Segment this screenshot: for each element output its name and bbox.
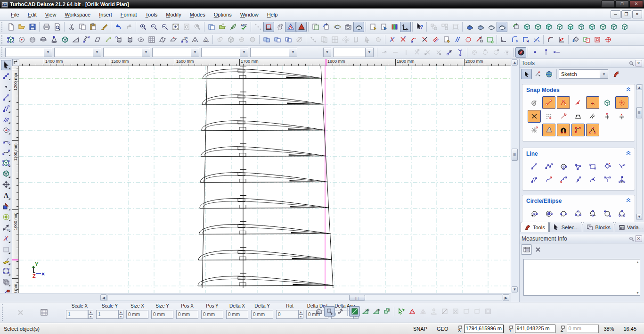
bucket-button[interactable] (570, 34, 581, 45)
bool-sub-button[interactable] (272, 34, 283, 45)
cyl1-button[interactable] (114, 34, 124, 45)
menu-tools[interactable]: Tools (141, 10, 162, 19)
circ-dot3-button[interactable] (490, 47, 501, 58)
insert-file-button[interactable] (206, 22, 217, 32)
measurement-list-button[interactable] (521, 244, 532, 255)
ln-line-button[interactable] (528, 160, 541, 173)
fillet2-button[interactable] (520, 34, 531, 45)
ins-box1-button[interactable] (461, 306, 472, 317)
chevron-down-icon[interactable]: ▼ (93, 48, 101, 57)
snap-dash-button[interactable] (390, 47, 400, 58)
measurement-info-close-icon[interactable]: ✕ (635, 235, 642, 242)
point-dots-button[interactable] (253, 22, 263, 32)
kettle-mid-button[interactable] (475, 22, 486, 32)
kettle-light-button[interactable] (486, 22, 497, 32)
snap-online-button[interactable] (571, 96, 585, 109)
zoom-page-button[interactable] (181, 22, 192, 32)
snap-angle-button[interactable] (586, 124, 599, 136)
scale-y-input[interactable] (96, 310, 118, 319)
ins-box2-button[interactable]: 1 (472, 306, 482, 317)
cube7-button[interactable] (587, 22, 597, 32)
undo-button[interactable] (113, 22, 123, 32)
circ-dot1-button[interactable] (469, 47, 480, 58)
palette-scroll-thumb[interactable]: ☰ (636, 107, 642, 118)
arc-tool-button[interactable] (1, 136, 11, 146)
measurement-info-titlebar[interactable]: Measurement Info ✕ (520, 234, 644, 243)
parallel-blue-button[interactable] (452, 34, 463, 45)
collapse-chevron-icon[interactable] (625, 197, 632, 204)
move-tool-button[interactable] (1, 179, 11, 190)
sphere-gray-button[interactable] (27, 34, 38, 45)
snap-vertex-button[interactable] (542, 96, 555, 109)
menu-edit[interactable]: Edit (24, 10, 41, 19)
maximize-button[interactable]: □ (615, 0, 629, 8)
snap-seg-button[interactable] (379, 47, 390, 58)
close-button[interactable]: ✕ (629, 0, 643, 8)
no-snap-button[interactable] (528, 96, 541, 109)
rot-30-button[interactable]: 3D (179, 34, 189, 45)
bool-add-button[interactable] (261, 34, 272, 45)
ins-hook-button[interactable] (335, 306, 346, 317)
zoom-prev-button[interactable] (192, 22, 203, 32)
zoom-dynamic-button[interactable] (159, 22, 170, 32)
ln-tan2-button[interactable] (557, 173, 570, 186)
snap-face-button[interactable] (571, 110, 585, 123)
palette-tab-varia[interactable]: Varia... (615, 222, 644, 232)
cube-rot-button[interactable] (511, 22, 522, 32)
cube9-button[interactable] (608, 22, 619, 32)
drawing-canvas[interactable]: YZ× (19, 66, 511, 293)
dot1-button[interactable] (530, 47, 540, 58)
menu-window[interactable]: Window (236, 10, 263, 19)
align-pt-button[interactable] (556, 34, 567, 45)
palette-scroll-down[interactable]: ▼ (636, 214, 642, 219)
prism-button[interactable] (59, 34, 70, 45)
vline1-button[interactable] (540, 47, 551, 58)
sphere-dot-button[interactable] (16, 34, 27, 45)
gray-blob-tool-button[interactable] (1, 244, 11, 255)
chevron-down-icon[interactable]: ▼ (142, 48, 150, 57)
color-palette-button[interactable] (389, 22, 400, 32)
ln-rect-button[interactable] (586, 160, 599, 173)
snap-x1-button[interactable] (411, 47, 422, 58)
box3d-button[interactable] (5, 34, 16, 45)
menu-workspace[interactable]: Workspace (60, 10, 95, 19)
spinner[interactable]: ▲▼ (298, 310, 303, 319)
bool-int-button[interactable] (283, 34, 293, 45)
inspector-table-icon[interactable] (39, 307, 49, 317)
style-combo[interactable]: Sketch ▼ (559, 69, 608, 79)
cube5-button[interactable] (565, 22, 576, 32)
paste-button[interactable] (88, 22, 98, 32)
print-button[interactable] (41, 22, 52, 32)
ci-tanl-button[interactable] (586, 207, 599, 220)
blob5-button[interactable] (373, 34, 383, 45)
ins-cp-button[interactable]: CP (371, 306, 382, 317)
chamfer-button[interactable] (545, 34, 556, 45)
grid2-button[interactable] (329, 34, 340, 45)
ins-person-button[interactable] (428, 306, 439, 317)
snap-v-button[interactable] (400, 47, 411, 58)
scroll-right-button[interactable]: ▶ (503, 294, 509, 301)
snap-indicator[interactable]: SNAP (408, 326, 432, 332)
point-tool-button[interactable] (1, 82, 11, 92)
snap-quad-button[interactable] (601, 96, 614, 109)
snap-apert-button[interactable] (557, 124, 570, 136)
ln-arctan-button[interactable] (571, 173, 585, 186)
chevron-down-icon[interactable]: ▼ (600, 70, 608, 78)
horizontal-scroll-track[interactable]: ||| (107, 294, 502, 301)
corner-l-button[interactable] (498, 34, 509, 45)
snap-tan-button[interactable] (586, 110, 599, 123)
cube10-button[interactable] (619, 22, 630, 32)
mdi-restore-button[interactable]: ❐ (621, 10, 631, 18)
property-combo-7[interactable]: ▼ (323, 48, 331, 57)
pushpin-icon[interactable] (628, 235, 635, 242)
x-coordinate-field[interactable]: 1794,615996 m (464, 325, 504, 333)
ins-wp-button[interactable]: WP (360, 306, 371, 317)
ins-xbox-button[interactable] (450, 306, 461, 317)
scroll-up-button[interactable]: ▲ (512, 59, 518, 66)
snap-mid-button[interactable] (557, 96, 570, 109)
circ-dot2-button[interactable] (480, 47, 490, 58)
tools-palette-titlebar[interactable]: Tools ✕ (520, 59, 644, 68)
menu-modify[interactable]: Modify (162, 10, 185, 19)
ins-noedit-button[interactable] (439, 306, 450, 317)
geo-indicator[interactable]: GEO (432, 326, 453, 332)
